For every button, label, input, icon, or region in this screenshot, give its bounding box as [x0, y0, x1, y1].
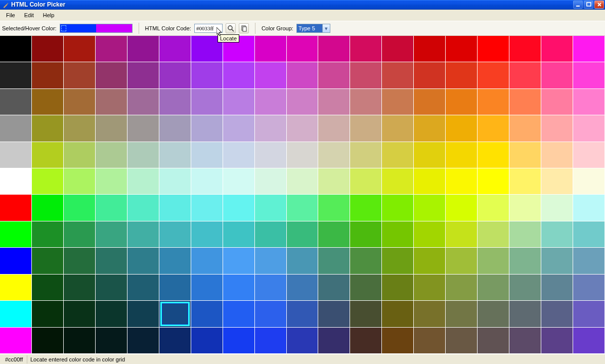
color-cell[interactable]	[191, 195, 223, 221]
color-cell[interactable]	[64, 142, 96, 168]
color-cell[interactable]	[382, 168, 414, 195]
color-cell[interactable]	[382, 142, 414, 168]
color-cell[interactable]	[509, 168, 541, 195]
color-cell[interactable]	[414, 301, 446, 327]
color-cell[interactable]	[478, 328, 509, 354]
color-cell[interactable]	[255, 115, 287, 142]
color-cell[interactable]	[541, 89, 573, 115]
color-cell[interactable]	[64, 62, 96, 88]
color-cell[interactable]	[159, 115, 191, 142]
color-cell[interactable]	[414, 168, 446, 195]
color-cell[interactable]	[64, 115, 96, 142]
menu-edit[interactable]: Edit	[20, 11, 38, 19]
color-cell[interactable]	[509, 328, 541, 354]
color-cell[interactable]	[191, 301, 223, 327]
color-cell[interactable]	[255, 62, 287, 88]
color-cell[interactable]	[414, 221, 446, 248]
color-cell[interactable]	[350, 62, 382, 88]
color-cell[interactable]	[96, 275, 127, 301]
color-cell[interactable]	[573, 248, 605, 274]
color-cell[interactable]	[541, 62, 573, 88]
color-cell[interactable]	[573, 89, 605, 115]
color-cell[interactable]	[64, 195, 96, 221]
menu-help[interactable]: Help	[39, 11, 59, 19]
color-cell[interactable]	[32, 89, 64, 115]
color-cell[interactable]	[573, 328, 605, 354]
color-cell[interactable]	[350, 275, 382, 301]
color-cell[interactable]	[382, 301, 414, 327]
color-cell[interactable]	[96, 142, 127, 168]
color-cell[interactable]	[509, 142, 541, 168]
color-cell[interactable]	[382, 195, 414, 221]
color-cell[interactable]	[223, 89, 255, 115]
color-cell[interactable]	[223, 275, 255, 301]
color-cell[interactable]	[478, 195, 509, 221]
color-cell[interactable]	[127, 221, 159, 248]
color-cell[interactable]	[541, 168, 573, 195]
color-cell[interactable]	[414, 275, 446, 301]
color-cell[interactable]	[32, 62, 64, 88]
color-cell[interactable]	[446, 115, 478, 142]
color-cell[interactable]	[478, 168, 509, 195]
color-cell[interactable]	[159, 221, 191, 248]
color-cell[interactable]	[509, 301, 541, 327]
color-cell[interactable]	[287, 248, 319, 274]
color-cell[interactable]	[350, 89, 382, 115]
color-cell[interactable]	[446, 62, 478, 88]
color-cell[interactable]	[541, 36, 573, 62]
color-cell[interactable]	[382, 275, 414, 301]
color-cell[interactable]	[127, 89, 159, 115]
color-cell[interactable]	[0, 328, 32, 354]
color-cell[interactable]	[127, 301, 159, 327]
color-cell[interactable]	[287, 328, 319, 354]
color-cell[interactable]	[509, 275, 541, 301]
color-cell[interactable]	[573, 115, 605, 142]
color-cell[interactable]	[478, 36, 509, 62]
color-cell[interactable]	[32, 36, 64, 62]
color-cell[interactable]	[350, 36, 382, 62]
color-cell[interactable]	[446, 36, 478, 62]
color-cell[interactable]	[255, 36, 287, 62]
color-cell[interactable]	[446, 328, 478, 354]
locate-button[interactable]	[226, 23, 236, 33]
color-cell[interactable]	[414, 328, 446, 354]
color-cell[interactable]	[223, 62, 255, 88]
color-cell[interactable]	[318, 36, 350, 62]
color-cell[interactable]	[509, 221, 541, 248]
color-cell[interactable]	[96, 89, 127, 115]
color-cell[interactable]	[318, 89, 350, 115]
color-cell[interactable]	[287, 221, 319, 248]
color-cell[interactable]	[478, 248, 509, 274]
color-cell[interactable]	[541, 115, 573, 142]
color-cell[interactable]	[64, 275, 96, 301]
color-cell[interactable]	[478, 301, 509, 327]
color-cell[interactable]	[32, 328, 64, 354]
color-cell[interactable]	[255, 328, 287, 354]
color-cell[interactable]	[127, 62, 159, 88]
color-cell[interactable]	[414, 62, 446, 88]
color-cell[interactable]	[96, 301, 127, 327]
color-cell[interactable]	[446, 89, 478, 115]
color-cell[interactable]	[287, 168, 319, 195]
color-cell[interactable]	[414, 36, 446, 62]
color-cell[interactable]	[446, 195, 478, 221]
color-cell[interactable]	[446, 301, 478, 327]
color-cell[interactable]	[127, 115, 159, 142]
color-cell[interactable]	[382, 221, 414, 248]
color-cell[interactable]	[414, 142, 446, 168]
color-cell[interactable]	[287, 275, 319, 301]
color-cell[interactable]	[382, 62, 414, 88]
color-cell[interactable]	[191, 115, 223, 142]
color-cell[interactable]	[478, 142, 509, 168]
color-cell[interactable]	[159, 36, 191, 62]
color-cell[interactable]	[382, 328, 414, 354]
color-cell[interactable]	[541, 221, 573, 248]
color-cell[interactable]	[223, 142, 255, 168]
color-cell[interactable]	[414, 89, 446, 115]
color-cell[interactable]	[96, 195, 127, 221]
color-cell[interactable]	[350, 328, 382, 354]
color-cell[interactable]	[509, 89, 541, 115]
color-cell[interactable]	[287, 142, 319, 168]
color-cell[interactable]	[223, 301, 255, 327]
color-cell[interactable]	[96, 36, 127, 62]
